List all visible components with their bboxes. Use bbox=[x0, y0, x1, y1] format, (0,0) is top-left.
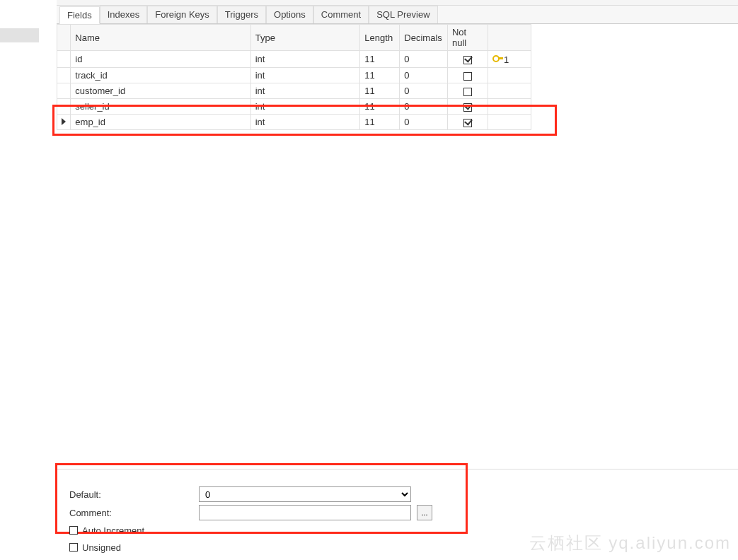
tab-sql-preview[interactable]: SQL Preview bbox=[369, 6, 437, 23]
row-marker-cell bbox=[57, 99, 71, 115]
default-select[interactable]: 0 bbox=[199, 486, 411, 502]
field-notnull-cell[interactable] bbox=[447, 83, 488, 99]
table-row[interactable]: idint1101 bbox=[57, 51, 531, 68]
col-type-header[interactable]: Type bbox=[250, 25, 360, 51]
notnull-checkbox[interactable] bbox=[463, 119, 472, 127]
comment-label: Comment: bbox=[69, 508, 193, 518]
row-marker-cell bbox=[57, 83, 71, 99]
field-key-cell[interactable] bbox=[488, 68, 531, 83]
table-row[interactable]: seller_idint110 bbox=[57, 99, 531, 115]
field-length-cell[interactable]: 11 bbox=[360, 99, 400, 115]
unsigned-checkbox[interactable] bbox=[69, 543, 78, 552]
auto-increment-label: Auto Increment bbox=[82, 525, 144, 536]
tab-comment[interactable]: Comment bbox=[313, 6, 369, 23]
field-type-cell[interactable]: int bbox=[250, 51, 360, 68]
notnull-checkbox[interactable] bbox=[463, 56, 472, 64]
field-notnull-cell[interactable] bbox=[447, 115, 488, 130]
col-marker-header bbox=[57, 25, 71, 51]
field-key-cell[interactable]: 1 bbox=[488, 51, 531, 68]
default-label: Default: bbox=[69, 489, 193, 500]
table-row[interactable]: emp_idint110 bbox=[57, 115, 531, 130]
row-marker-cell bbox=[57, 115, 71, 130]
field-key-cell[interactable] bbox=[488, 83, 531, 99]
field-decimals-cell[interactable]: 0 bbox=[400, 68, 448, 83]
field-notnull-cell[interactable] bbox=[447, 99, 488, 115]
table-row[interactable]: customer_idint110 bbox=[57, 83, 531, 99]
field-decimals-cell[interactable]: 0 bbox=[400, 51, 448, 68]
tab-indexes[interactable]: Indexes bbox=[100, 6, 148, 23]
field-decimals-cell[interactable]: 0 bbox=[400, 115, 448, 130]
tab-triggers[interactable]: Triggers bbox=[217, 6, 266, 23]
comment-ellipsis-button[interactable]: ... bbox=[417, 505, 432, 520]
field-decimals-cell[interactable]: 0 bbox=[400, 83, 448, 99]
field-key-cell[interactable] bbox=[488, 99, 531, 115]
field-decimals-cell[interactable]: 0 bbox=[400, 99, 448, 115]
field-length-cell[interactable]: 11 bbox=[360, 115, 400, 130]
field-name-cell[interactable]: customer_id bbox=[71, 83, 250, 99]
col-length-header[interactable]: Length bbox=[360, 25, 400, 51]
notnull-checkbox[interactable] bbox=[463, 103, 472, 112]
field-name-cell[interactable]: id bbox=[71, 51, 250, 68]
left-gutter bbox=[0, 28, 39, 42]
comment-input[interactable] bbox=[199, 505, 411, 520]
field-notnull-cell[interactable] bbox=[447, 51, 488, 68]
field-name-cell[interactable]: seller_id bbox=[71, 99, 250, 115]
auto-increment-checkbox[interactable] bbox=[69, 526, 78, 535]
primary-key-icon bbox=[492, 53, 502, 63]
field-notnull-cell[interactable] bbox=[447, 68, 488, 83]
primary-key-number: 1 bbox=[504, 54, 509, 65]
field-type-cell[interactable]: int bbox=[250, 115, 360, 130]
col-decimals-header[interactable]: Decimals bbox=[400, 25, 448, 51]
col-key-header bbox=[488, 25, 531, 51]
field-key-cell[interactable] bbox=[488, 115, 531, 130]
col-name-header[interactable]: Name bbox=[71, 25, 250, 51]
notnull-checkbox[interactable] bbox=[463, 88, 472, 96]
col-notnull-header[interactable]: Not null bbox=[447, 25, 488, 51]
unsigned-label: Unsigned bbox=[82, 542, 121, 553]
field-properties-panel: Default: 0 Comment: ... Auto Increment U… bbox=[57, 469, 738, 560]
row-marker-cell bbox=[57, 51, 71, 68]
current-row-marker-icon bbox=[62, 118, 66, 125]
field-name-cell[interactable]: emp_id bbox=[71, 115, 250, 130]
field-type-cell[interactable]: int bbox=[250, 83, 360, 99]
table-row[interactable]: track_idint110 bbox=[57, 68, 531, 83]
field-length-cell[interactable]: 11 bbox=[360, 68, 400, 83]
notnull-checkbox[interactable] bbox=[463, 72, 472, 81]
tab-foreign-keys[interactable]: Foreign Keys bbox=[147, 6, 217, 23]
tab-fields[interactable]: Fields bbox=[59, 6, 100, 24]
fields-table: Name Type Length Decimals Not null idint… bbox=[57, 24, 531, 130]
tabbar: FieldsIndexesForeign KeysTriggersOptions… bbox=[57, 6, 738, 24]
tab-options[interactable]: Options bbox=[266, 6, 313, 23]
row-marker-cell bbox=[57, 68, 71, 83]
field-length-cell[interactable]: 11 bbox=[360, 83, 400, 99]
field-type-cell[interactable]: int bbox=[250, 99, 360, 115]
field-name-cell[interactable]: track_id bbox=[71, 68, 250, 83]
field-length-cell[interactable]: 11 bbox=[360, 51, 400, 68]
field-type-cell[interactable]: int bbox=[250, 68, 360, 83]
